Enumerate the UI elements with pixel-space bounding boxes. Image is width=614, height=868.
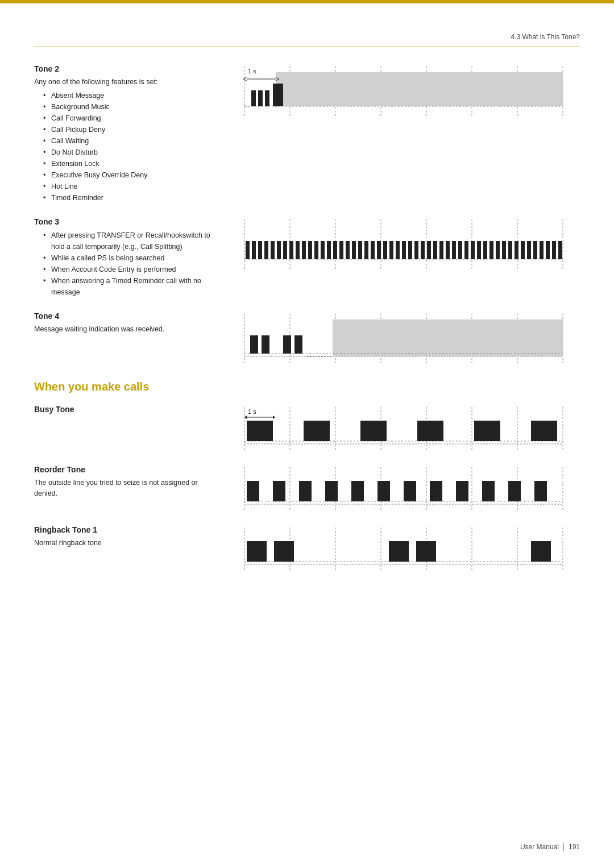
when-you-make-calls-heading: When you make calls (34, 380, 580, 393)
svg-rect-66 (489, 241, 493, 259)
svg-rect-92 (283, 335, 291, 354)
footer-divider (563, 843, 564, 851)
svg-rect-58 (439, 241, 443, 259)
svg-rect-35 (296, 241, 300, 259)
tone4-left: Tone 4 Message waiting indication was re… (34, 312, 227, 337)
ringback-svg (227, 528, 580, 570)
reorder-tone-section: Reorder Tone The outside line you tried … (34, 465, 580, 512)
tone2-section: Tone 2 Any one of the following features… (34, 64, 580, 203)
svg-rect-29 (258, 241, 262, 259)
svg-rect-62 (464, 241, 468, 259)
tone4-diagram (227, 312, 580, 367)
svg-text:1 s: 1 s (248, 68, 256, 74)
svg-rect-46 (364, 241, 368, 259)
svg-rect-38 (314, 241, 318, 259)
footer-label: User Manual (520, 843, 559, 851)
bullet-account-code: When Account Code Entry is performed (43, 264, 216, 275)
svg-marker-106 (244, 416, 247, 419)
svg-rect-72 (527, 241, 531, 259)
tone2-description: Any one of the following features is set… (34, 77, 216, 88)
svg-rect-69 (508, 241, 512, 259)
svg-rect-86 (333, 319, 563, 356)
svg-rect-36 (302, 241, 306, 259)
svg-rect-50 (389, 241, 393, 259)
bullet-hot-line: Hot Line (43, 181, 216, 192)
bullet-after-pressing: After pressing TRANSFER or Recall/hooksw… (43, 230, 216, 252)
ringback-tone-section: Ringback Tone 1 Normal ringback tone (34, 525, 580, 572)
svg-rect-131 (404, 481, 416, 501)
svg-rect-64 (477, 241, 481, 259)
tone3-diagram (227, 217, 580, 272)
svg-rect-74 (540, 241, 544, 259)
svg-rect-17 (273, 84, 283, 106)
bullet-while-called-ps: While a called PS is being searched (43, 252, 216, 264)
ringback-tone-diagram (227, 525, 580, 572)
tone3-bullets: After pressing TRANSFER or Recall/hooksw… (34, 230, 216, 298)
svg-rect-112 (474, 421, 500, 441)
svg-rect-52 (402, 241, 406, 259)
bullet-background-music: Background Music (43, 101, 216, 113)
bullet-call-waiting: Call Waiting (43, 135, 216, 147)
svg-rect-16 (265, 90, 269, 106)
svg-rect-63 (471, 241, 475, 259)
reorder-tone-left: Reorder Tone The outside line you tried … (34, 465, 227, 501)
tone4-description: Message waiting indication was received. (34, 324, 216, 335)
svg-rect-42 (339, 241, 343, 259)
svg-rect-93 (294, 335, 302, 354)
ringback-tone-left: Ringback Tone 1 Normal ringback tone (34, 525, 227, 551)
reorder-tone-description: The outside line you tried to seize is n… (34, 477, 216, 499)
svg-rect-34 (289, 241, 293, 259)
bullet-absent-message: Absent Message (43, 90, 216, 101)
svg-rect-133 (456, 481, 468, 501)
svg-rect-109 (304, 421, 330, 441)
svg-rect-27 (246, 241, 250, 259)
svg-rect-68 (502, 241, 506, 259)
svg-rect-37 (308, 241, 312, 259)
svg-rect-150 (416, 541, 436, 562)
top-bar (0, 0, 614, 3)
svg-rect-48 (377, 241, 381, 259)
svg-rect-111 (417, 421, 443, 441)
page: 4.3 What is This Tone? Tone 2 Any one of… (0, 0, 614, 868)
svg-rect-127 (299, 481, 312, 501)
svg-rect-32 (277, 241, 281, 259)
svg-rect-53 (408, 241, 412, 259)
svg-rect-149 (389, 541, 409, 562)
svg-rect-135 (508, 481, 521, 501)
svg-marker-107 (273, 416, 275, 419)
svg-rect-51 (396, 241, 400, 259)
svg-rect-44 (352, 241, 356, 259)
svg-rect-147 (247, 541, 267, 562)
bullet-do-not-disturb: Do Not Disturb (43, 147, 216, 158)
ringback-tone-description: Normal ringback tone (34, 538, 216, 549)
bullet-timed-reminder-answer: When answering a Timed Reminder call wit… (43, 275, 216, 298)
tone3-svg (227, 219, 580, 271)
page-header: 4.3 What is This Tone? (34, 23, 580, 47)
tone2-title: Tone 2 (34, 64, 216, 73)
svg-rect-43 (346, 241, 350, 259)
svg-rect-126 (273, 481, 285, 501)
svg-rect-76 (552, 241, 556, 259)
reorder-svg (227, 467, 580, 510)
svg-rect-90 (250, 335, 258, 354)
svg-rect-33 (283, 241, 287, 259)
svg-rect-28 (252, 241, 256, 259)
busy-tone-svg: 1 s (227, 407, 580, 450)
busy-tone-title: Busy Tone (34, 405, 216, 414)
bullet-call-forwarding: Call Forwarding (43, 113, 216, 124)
tone2-diagram: 1 s (227, 64, 580, 119)
svg-rect-130 (377, 481, 390, 501)
svg-rect-129 (351, 481, 364, 501)
bullet-extension-lock: Extension Lock (43, 158, 216, 169)
svg-rect-70 (515, 241, 518, 259)
svg-rect-8 (276, 72, 563, 106)
bullet-executive-busy: Executive Busy Override Deny (43, 169, 216, 181)
svg-rect-151 (531, 541, 551, 562)
svg-rect-110 (360, 421, 387, 441)
svg-rect-125 (247, 481, 259, 501)
svg-rect-40 (327, 241, 331, 259)
svg-rect-31 (271, 241, 275, 259)
svg-rect-108 (247, 421, 273, 441)
tone4-title: Tone 4 (34, 312, 216, 321)
svg-rect-61 (458, 241, 462, 259)
